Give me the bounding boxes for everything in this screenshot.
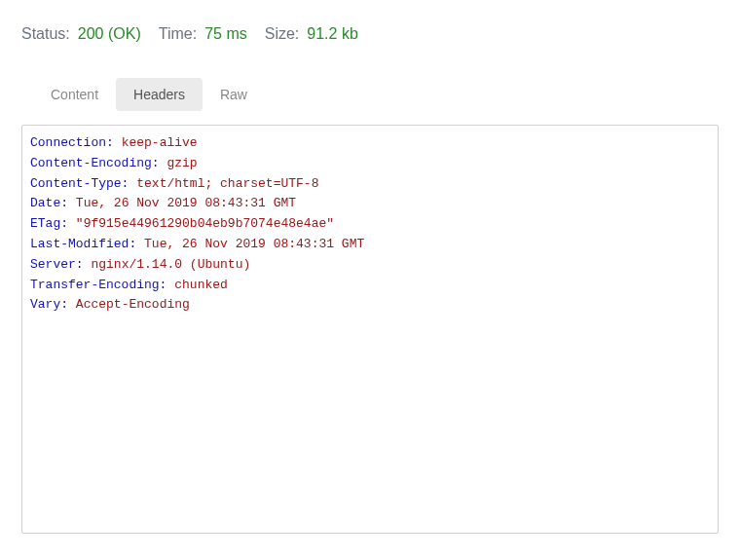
header-value: nginx/1.14.0 (Ubuntu) bbox=[91, 257, 250, 272]
header-row: Last-Modified: Tue, 26 Nov 2019 08:43:31… bbox=[30, 235, 710, 255]
header-value: "9f915e44961290b04eb9b7074e48e4ae" bbox=[76, 216, 334, 231]
status-value: 200 (OK) bbox=[78, 25, 141, 43]
tab-content[interactable]: Content bbox=[33, 78, 116, 111]
header-value: chunked bbox=[174, 278, 228, 292]
headers-panel: Connection: keep-alive Content-Encoding:… bbox=[21, 125, 719, 534]
time-value: 75 ms bbox=[204, 25, 247, 43]
header-row: Date: Tue, 26 Nov 2019 08:43:31 GMT bbox=[30, 194, 710, 214]
header-key: Connection: bbox=[30, 135, 114, 150]
header-key: Date: bbox=[30, 196, 68, 210]
tabs: Content Headers Raw bbox=[33, 78, 719, 111]
time-group: Time: 75 ms bbox=[159, 25, 247, 43]
header-value: Tue, 26 Nov 2019 08:43:31 GMT bbox=[76, 196, 296, 210]
time-label: Time: bbox=[159, 25, 197, 43]
header-value: Accept-Encoding bbox=[76, 297, 190, 312]
size-group: Size: 91.2 kb bbox=[265, 25, 358, 43]
header-row: Server: nginx/1.14.0 (Ubuntu) bbox=[30, 255, 710, 276]
header-key: Last-Modified: bbox=[30, 237, 136, 251]
size-label: Size: bbox=[265, 25, 300, 43]
header-row: ETag: "9f915e44961290b04eb9b7074e48e4ae" bbox=[30, 214, 710, 235]
header-key: Content-Type: bbox=[30, 176, 129, 191]
status-label: Status: bbox=[21, 25, 70, 43]
header-row: Connection: keep-alive bbox=[30, 133, 710, 154]
tab-raw[interactable]: Raw bbox=[203, 78, 265, 111]
header-value: text/html; charset=UTF-8 bbox=[136, 176, 318, 191]
status-group: Status: 200 (OK) bbox=[21, 25, 141, 43]
header-value: keep-alive bbox=[122, 135, 198, 150]
header-key: Transfer-Encoding: bbox=[30, 278, 166, 292]
size-value: 91.2 kb bbox=[307, 25, 357, 43]
header-key: Vary: bbox=[30, 297, 68, 312]
header-row: Content-Type: text/html; charset=UTF-8 bbox=[30, 174, 710, 195]
header-row: Vary: Accept-Encoding bbox=[30, 295, 710, 316]
header-value: Tue, 26 Nov 2019 08:43:31 GMT bbox=[144, 237, 364, 251]
header-row: Content-Encoding: gzip bbox=[30, 154, 710, 174]
status-bar: Status: 200 (OK) Time: 75 ms Size: 91.2 … bbox=[21, 25, 719, 43]
header-row: Transfer-Encoding: chunked bbox=[30, 276, 710, 296]
tab-headers[interactable]: Headers bbox=[116, 78, 203, 111]
header-value: gzip bbox=[166, 156, 197, 170]
header-key: ETag: bbox=[30, 216, 68, 231]
header-key: Server: bbox=[30, 257, 84, 272]
header-key: Content-Encoding: bbox=[30, 156, 160, 170]
